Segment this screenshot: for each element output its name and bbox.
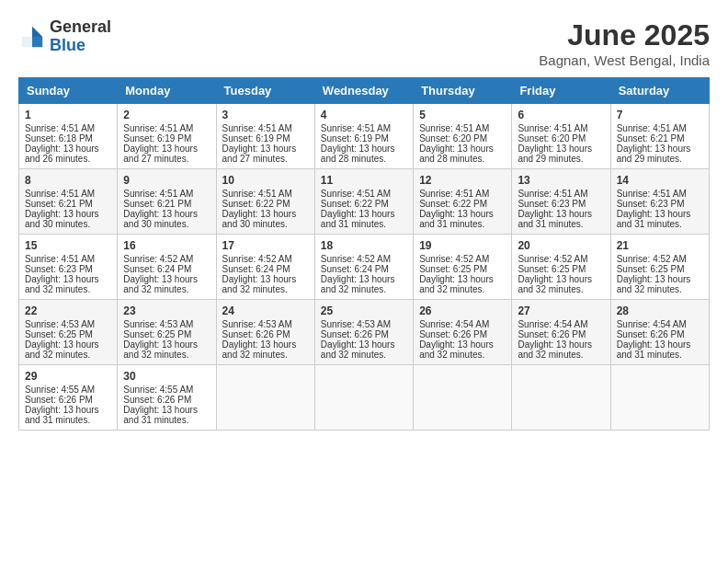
daylight-text: Daylight: 13 hours and 31 minutes. [617,339,703,360]
sunset-text: Sunset: 6:26 PM [25,395,111,405]
sunrise-text: Sunrise: 4:55 AM [25,385,111,395]
column-header-wednesday: Wednesday [314,78,413,104]
daylight-text: Daylight: 13 hours and 32 minutes. [321,339,407,360]
sunset-text: Sunset: 6:24 PM [321,264,407,274]
location: Bagnan, West Bengal, India [539,52,710,68]
sunrise-text: Sunrise: 4:52 AM [123,254,210,264]
calendar-week-2: 8Sunrise: 4:51 AMSunset: 6:21 PMDaylight… [19,169,710,235]
daylight-text: Daylight: 13 hours and 27 minutes. [123,144,210,164]
calendar-cell: 29Sunrise: 4:55 AMSunset: 6:26 PMDayligh… [19,365,118,431]
sunrise-text: Sunrise: 4:51 AM [321,189,407,199]
sunrise-text: Sunrise: 4:51 AM [518,189,604,199]
month-title: June 2025 [539,18,710,52]
calendar-week-3: 15Sunrise: 4:51 AMSunset: 6:23 PMDayligh… [19,235,710,300]
daylight-text: Daylight: 13 hours and 27 minutes. [222,144,309,164]
calendar-cell: 7Sunrise: 4:51 AMSunset: 6:21 PMDaylight… [610,104,709,169]
sunrise-text: Sunrise: 4:54 AM [419,319,506,329]
sunrise-text: Sunrise: 4:55 AM [123,385,210,395]
logo-blue: Blue [50,37,111,55]
daylight-text: Daylight: 13 hours and 32 minutes. [419,274,506,294]
daylight-text: Daylight: 13 hours and 32 minutes. [617,274,703,294]
calendar-cell: 14Sunrise: 4:51 AMSunset: 6:23 PMDayligh… [610,169,709,235]
day-number: 26 [419,304,506,317]
sunrise-text: Sunrise: 4:52 AM [321,254,407,264]
sunrise-text: Sunrise: 4:51 AM [25,189,111,199]
svg-marker-1 [32,37,42,47]
calendar-cell: 1Sunrise: 4:51 AMSunset: 6:18 PMDaylight… [19,104,118,169]
calendar-cell: 12Sunrise: 4:51 AMSunset: 6:22 PMDayligh… [414,169,512,235]
day-number: 7 [617,109,703,121]
sunrise-text: Sunrise: 4:51 AM [419,123,506,133]
daylight-text: Daylight: 13 hours and 29 minutes. [617,144,703,164]
sunset-text: Sunset: 6:21 PM [617,133,703,144]
daylight-text: Daylight: 13 hours and 31 minutes. [123,405,210,425]
daylight-text: Daylight: 13 hours and 32 minutes. [25,274,111,294]
calendar-cell: 2Sunrise: 4:51 AMSunset: 6:19 PMDaylight… [118,104,216,169]
sunset-text: Sunset: 6:25 PM [123,329,210,339]
calendar: SundayMondayTuesdayWednesdayThursdayFrid… [18,77,710,431]
day-number: 8 [25,174,111,187]
sunset-text: Sunset: 6:19 PM [222,133,309,144]
day-number: 12 [419,174,506,187]
column-header-thursday: Thursday [414,78,512,104]
day-number: 30 [123,370,210,383]
day-number: 29 [25,370,111,383]
sunset-text: Sunset: 6:26 PM [123,395,210,405]
day-number: 20 [518,239,604,252]
sunset-text: Sunset: 6:25 PM [419,264,506,274]
sunset-text: Sunset: 6:20 PM [518,133,604,144]
day-number: 25 [321,304,407,317]
sunset-text: Sunset: 6:22 PM [321,199,407,209]
sunrise-text: Sunrise: 4:51 AM [222,123,309,133]
column-header-friday: Friday [512,78,610,104]
daylight-text: Daylight: 13 hours and 32 minutes. [419,339,506,360]
day-number: 19 [419,239,506,252]
column-header-tuesday: Tuesday [216,78,314,104]
calendar-cell [314,365,413,431]
sunset-text: Sunset: 6:19 PM [321,133,407,144]
day-number: 18 [321,239,407,252]
day-number: 2 [123,109,210,121]
daylight-text: Daylight: 13 hours and 31 minutes. [617,209,703,229]
daylight-text: Daylight: 13 hours and 32 minutes. [321,274,407,294]
sunrise-text: Sunrise: 4:51 AM [617,123,703,133]
day-number: 17 [222,239,309,252]
sunset-text: Sunset: 6:23 PM [518,199,604,209]
day-number: 22 [25,304,111,317]
daylight-text: Daylight: 13 hours and 32 minutes. [25,339,111,360]
calendar-cell: 30Sunrise: 4:55 AMSunset: 6:26 PMDayligh… [118,365,216,431]
sunset-text: Sunset: 6:21 PM [123,199,210,209]
calendar-cell: 18Sunrise: 4:52 AMSunset: 6:24 PMDayligh… [314,235,413,300]
day-number: 3 [222,109,309,121]
column-header-sunday: Sunday [19,78,118,104]
calendar-cell: 11Sunrise: 4:51 AMSunset: 6:22 PMDayligh… [314,169,413,235]
day-number: 1 [25,109,111,121]
sunset-text: Sunset: 6:23 PM [617,199,703,209]
logo: General Blue [18,18,111,55]
sunrise-text: Sunrise: 4:54 AM [518,319,604,329]
daylight-text: Daylight: 13 hours and 32 minutes. [222,274,309,294]
logo-icon [18,23,46,51]
title-area: June 2025 Bagnan, West Bengal, India [539,18,710,68]
sunset-text: Sunset: 6:24 PM [222,264,309,274]
day-number: 27 [518,304,604,317]
sunset-text: Sunset: 6:26 PM [321,329,407,339]
sunrise-text: Sunrise: 4:53 AM [222,319,309,329]
logo-text: General Blue [50,18,111,55]
column-header-saturday: Saturday [610,78,709,104]
daylight-text: Daylight: 13 hours and 30 minutes. [25,209,111,229]
day-number: 24 [222,304,309,317]
calendar-cell: 23Sunrise: 4:53 AMSunset: 6:25 PMDayligh… [118,300,216,365]
daylight-text: Daylight: 13 hours and 28 minutes. [419,144,506,164]
sunrise-text: Sunrise: 4:51 AM [123,123,210,133]
calendar-cell: 22Sunrise: 4:53 AMSunset: 6:25 PMDayligh… [19,300,118,365]
calendar-week-5: 29Sunrise: 4:55 AMSunset: 6:26 PMDayligh… [19,365,710,431]
sunset-text: Sunset: 6:24 PM [123,264,210,274]
sunset-text: Sunset: 6:21 PM [25,199,111,209]
day-number: 21 [617,239,703,252]
day-number: 13 [518,174,604,187]
daylight-text: Daylight: 13 hours and 32 minutes. [518,339,604,360]
sunset-text: Sunset: 6:20 PM [419,133,506,144]
calendar-cell: 24Sunrise: 4:53 AMSunset: 6:26 PMDayligh… [216,300,314,365]
day-number: 28 [617,304,703,317]
